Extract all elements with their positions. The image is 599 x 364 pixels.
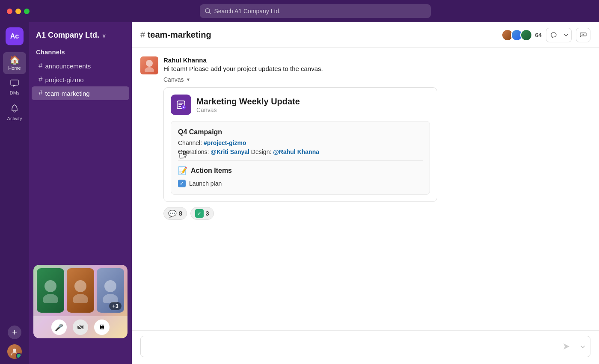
design-label: Design: [251, 148, 271, 155]
nav-item-home[interactable]: 🏠 Home [3, 52, 26, 74]
call-controls: 🎤 🖥 [33, 316, 128, 338]
action-item-text: Launch plan [189, 180, 222, 187]
mute-button[interactable]: 🎤 [51, 320, 67, 335]
nav-item-dms[interactable]: DMs [3, 76, 26, 99]
svg-point-15 [145, 67, 154, 72]
channel-title: # team-marketing [140, 30, 501, 40]
checkbox-checked-icon[interactable]: ✓ [178, 180, 186, 187]
send-button[interactable] [560, 340, 573, 353]
canvas-card-subtitle: Canvas [196, 107, 300, 113]
participant-face-1 [37, 268, 64, 313]
hash-icon: # [39, 62, 42, 70]
check-count: 3 [206, 210, 209, 217]
nav-home-label: Home [8, 65, 21, 71]
canvas-label-chevron-icon: ▼ [186, 77, 190, 82]
action-items-title: Action Items [191, 167, 232, 175]
main-content: # team-marketing 64 [132, 22, 599, 364]
header-actions: 64 [501, 28, 590, 42]
canvas-ops-design-field: Operations: @Kriti Sanyal Design: @Rahul… [178, 148, 423, 155]
channel-header: # team-marketing 64 [132, 22, 599, 48]
call-participant-3: +3 [97, 268, 124, 313]
call-participant-1 [37, 268, 64, 313]
user-face [7, 344, 22, 359]
canvas-card: Marketing Weekly Update Canvas Q4 Campai… [163, 87, 437, 202]
message-sender-avatar [140, 56, 158, 74]
svg-point-2 [13, 349, 16, 352]
operations-link[interactable]: @Kriti Sanyal [211, 148, 249, 155]
speech-emoji: 💬 [168, 210, 177, 218]
channel-hash-symbol: # [140, 30, 148, 39]
canvas-card-icon [171, 95, 191, 115]
activity-icon [10, 104, 19, 115]
add-workspace-button[interactable]: + [8, 326, 21, 339]
workspace-chevron-icon: ∨ [102, 32, 106, 39]
speech-count: 8 [179, 210, 182, 217]
call-avatars: +3 [33, 265, 128, 316]
svg-point-3 [44, 280, 56, 292]
reaction-speech[interactable]: 💬 8 [163, 207, 187, 220]
screenshare-button[interactable]: 🖥 [94, 320, 110, 335]
reaction-check[interactable]: ✓ 3 [190, 207, 214, 220]
video-off-button[interactable] [73, 320, 88, 335]
channel-item-project-gizmo[interactable]: # project-gizmo [32, 73, 129, 86]
svg-point-6 [73, 294, 88, 303]
message-input-box [140, 336, 590, 357]
message-body: Rahul Khanna Hi team! Please add your pr… [163, 56, 590, 220]
message-input[interactable] [146, 343, 556, 350]
channel-name-announcements: announcements [45, 62, 91, 70]
huddle-dropdown-button[interactable] [560, 28, 572, 42]
search-placeholder: Search A1 Company Ltd. [214, 8, 281, 15]
workspace-avatar[interactable]: Ac [6, 27, 24, 45]
svg-rect-9 [77, 326, 82, 329]
channel-name-team-marketing: team-marketing [45, 90, 89, 97]
channel-name-project-gizmo: project-gizmo [45, 76, 83, 83]
canvas-channel-field: Channel: #project-gizmo [178, 139, 423, 146]
action-item-row: ✓ Launch plan [178, 180, 423, 187]
canvas-label-text: Canvas [163, 76, 184, 83]
title-bar: Search A1 Company Ltd. [0, 0, 599, 22]
action-items-icon: 📝 [178, 166, 187, 175]
action-items-header: 📝 Action Items [178, 166, 423, 175]
check-icon: ✓ [195, 209, 204, 218]
global-search-bar[interactable]: Search A1 Company Ltd. [200, 4, 431, 18]
add-to-channel-button[interactable] [576, 28, 590, 42]
member-avatars[interactable]: 64 [501, 29, 542, 41]
traffic-lights [7, 9, 30, 14]
member-avatar-3 [520, 29, 532, 41]
close-traffic-light[interactable] [7, 9, 12, 14]
channel-field-label: Channel: [178, 139, 202, 146]
canvas-content-box: Q4 Campaign Channel: #project-gizmo Oper… [171, 121, 430, 195]
channel-field-link[interactable]: #project-gizmo [204, 139, 246, 146]
svg-point-5 [74, 280, 86, 292]
member-count: 64 [535, 32, 542, 38]
messages-area[interactable]: Rahul Khanna Hi team! Please add your pr… [132, 48, 599, 330]
huddle-button[interactable] [546, 28, 560, 42]
svg-point-4 [43, 294, 58, 303]
huddle-button-group [546, 28, 572, 42]
channel-sidebar: A1 Company Ltd. ∨ Channels # announcemen… [29, 22, 132, 364]
canvas-label[interactable]: Canvas ▼ [163, 76, 190, 83]
message-text: Hi team! Please add your project updates… [163, 65, 590, 72]
channel-name-display: team-marketing [148, 30, 211, 39]
user-avatar[interactable] [7, 344, 22, 359]
maximize-traffic-light[interactable] [24, 9, 30, 14]
nav-dms-label: DMs [10, 90, 20, 95]
channel-item-team-marketing[interactable]: # team-marketing [32, 86, 129, 100]
channel-item-announcements[interactable]: # announcements [32, 59, 129, 73]
call-participant-2 [67, 268, 94, 313]
participant-face-2 [67, 268, 94, 313]
design-link[interactable]: @Rahul Khanna [273, 148, 319, 155]
dms-icon [10, 79, 19, 89]
nav-item-activity[interactable]: Activity [3, 101, 26, 124]
send-divider [577, 341, 577, 352]
canvas-section-title: Q4 Campaign [178, 128, 423, 136]
send-chevron-icon[interactable] [581, 343, 585, 349]
minimize-traffic-light[interactable] [15, 9, 21, 14]
svg-line-1 [209, 12, 211, 14]
workspace-name: A1 Company Ltd. [36, 31, 99, 40]
home-icon: 🏠 [9, 56, 20, 64]
workspace-header[interactable]: A1 Company Ltd. ∨ [29, 29, 132, 47]
hash-icon: # [39, 75, 42, 84]
call-extra-count: +3 [109, 302, 122, 310]
sender-avatar-face [140, 56, 158, 74]
